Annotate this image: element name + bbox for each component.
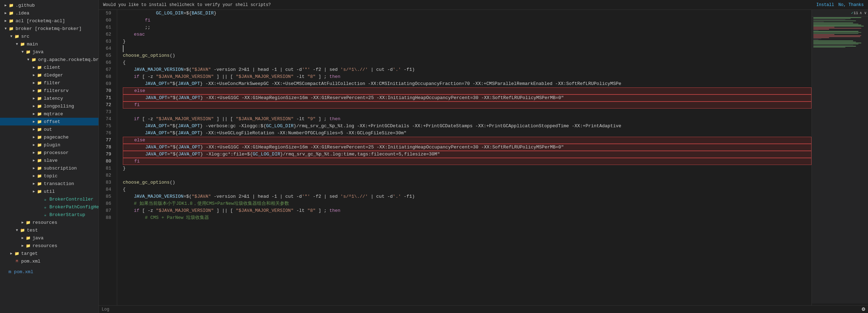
chevron-icon: ▼ (14, 41, 20, 47)
line-num: 78 (99, 144, 114, 151)
sidebar-item-pom[interactable]: ▶ M pom.xml (0, 257, 98, 265)
sidebar-item-label: BrokerController (49, 197, 94, 202)
line-num: 61 (99, 24, 114, 31)
sidebar-item-label: BrokerPathConfigHelper (49, 204, 99, 210)
chevron-icon: ▶ (31, 119, 37, 124)
line-num: 67 (99, 66, 114, 73)
folder-icon: 📁 (14, 33, 20, 39)
sidebar-item-acl[interactable]: ▶ 📁 acl [rocketmq-acl] (0, 17, 98, 25)
java-file-icon: ☕ (42, 204, 48, 210)
expand-icon[interactable]: ∧ ∨ (860, 11, 867, 16)
sidebar-item-label: offset (44, 119, 60, 124)
sidebar-item-main[interactable]: ▼ 📁 main (0, 40, 98, 48)
line-num: 71 (99, 94, 114, 102)
sidebar-item-src[interactable]: ▼ 📁 src (0, 32, 98, 40)
chevron-icon: ▼ (25, 57, 31, 62)
sidebar-item-filtersrv[interactable]: ▶ 📁 filtersrv (0, 87, 98, 94)
sidebar-item-dledger[interactable]: ▶ 📁 dledger (0, 71, 98, 79)
sidebar-item-testjava[interactable]: ▶ 📁 java (0, 234, 98, 242)
code-line-82 (123, 172, 812, 179)
sidebar-item-offset[interactable]: ▶ 📁 offset (0, 118, 98, 125)
sidebar-item-client[interactable]: ▶ 📁 client (0, 63, 98, 71)
sidebar-item-github[interactable]: ▶ 📁 .github (0, 1, 98, 9)
sidebar-item-subscription[interactable]: ▶ 📁 subscription (0, 164, 98, 172)
chevron-icon: ▶ (31, 165, 37, 171)
code-line-71: JAVA_OPT="${JAVA_OPT} -XX:+UseG1GC -XX:G… (123, 94, 812, 102)
sidebar-item-processor[interactable]: ▶ 📁 processor (0, 149, 98, 156)
chevron-icon: ▶ (31, 134, 37, 140)
gear-button[interactable]: ⚙ (862, 305, 865, 313)
sidebar-item-label: java (32, 235, 43, 241)
sidebar-item-broker[interactable]: ▼ 📁 broker [rocketmq-broker] (0, 25, 98, 32)
line-num: 65 (99, 52, 114, 59)
code-line-74: if [ -z "$JAVA_MAJOR_VERSION" ] || [ "$J… (123, 116, 812, 123)
sidebar: ▶ 📁 .github ▶ 📁 .idea ▶ 📁 acl [rocketmq-… (0, 0, 99, 313)
sidebar-item-label: BrokerStartup (49, 212, 85, 217)
sidebar-item-target[interactable]: ▶ 📁 target (0, 250, 98, 257)
sidebar-item-latency[interactable]: ▶ 📁 latency (0, 94, 98, 102)
line-num: 64 (99, 45, 114, 52)
folder-icon: 📁 (37, 65, 42, 70)
chevron-icon: ▶ (31, 181, 37, 186)
line-num: 72 (99, 102, 114, 109)
sidebar-item-label: java (32, 49, 43, 55)
chevron-icon: ▶ (31, 65, 37, 70)
notification-bar: Would you like to install shellcheck to … (99, 0, 868, 10)
code-line-60: fi (123, 17, 812, 24)
sidebar-item-filter[interactable]: ▶ 📁 filter (0, 79, 98, 87)
sidebar-item-test[interactable]: ▼ 📁 test (0, 226, 98, 234)
code-line-62: esac (123, 31, 812, 38)
code-line-70: else (123, 87, 812, 94)
sidebar-item-label: pagecache (44, 135, 68, 140)
sidebar-item-slave[interactable]: ▶ 📁 slave (0, 156, 98, 164)
file-tree: ▶ 📁 .github ▶ 📁 .idea ▶ 📁 acl [rocketmq-… (0, 0, 98, 313)
chevron-icon: ▶ (20, 243, 25, 248)
sidebar-item-brokercontroller[interactable]: ▶ ☕ BrokerController (0, 195, 98, 203)
line-num: 77 (99, 137, 114, 144)
sidebar-item-log[interactable]: ▶ m pom.xml (0, 268, 98, 276)
folder-icon: 📁 (8, 2, 14, 8)
sidebar-item-out[interactable]: ▶ 📁 out (0, 125, 98, 133)
sidebar-item-org[interactable]: ▼ 📁 org.apache.rocketmq.broker (0, 56, 98, 63)
sidebar-item-label: filtersrv (44, 88, 68, 93)
sidebar-item-brokerpathconfig[interactable]: ▶ ☕ BrokerPathConfigHelper (0, 203, 98, 211)
sidebar-item-transaction[interactable]: ▶ 📁 transaction (0, 180, 98, 188)
chevron-icon: ▶ (20, 235, 25, 241)
line-num: 76 (99, 130, 114, 137)
folder-icon: 📁 (37, 165, 42, 171)
sidebar-item-label: transaction (44, 181, 74, 186)
sidebar-item-pagecache[interactable]: ▶ 📁 pagecache (0, 133, 98, 141)
sidebar-item-util[interactable]: ▶ 📁 util (0, 188, 98, 195)
line-num: 70 (99, 87, 114, 94)
folder-icon: 📁 (37, 72, 42, 78)
line-num: 81 (99, 165, 114, 172)
sidebar-item-resources[interactable]: ▶ 📁 resources (0, 219, 98, 226)
code-line-76: JAVA_OPT="${JAVA_OPT} -XX:+UseGCLogFileR… (123, 130, 812, 137)
sidebar-item-java[interactable]: ▼ 📁 java (0, 48, 98, 56)
sidebar-item-topic[interactable]: ▶ 📁 topic (0, 172, 98, 180)
folder-icon: 📁 (37, 119, 42, 124)
install-button[interactable]: Install (816, 2, 834, 7)
sidebar-item-testresources[interactable]: ▶ 📁 resources (0, 242, 98, 250)
folder-icon: 📁 (37, 189, 42, 194)
sidebar-item-brokerstartup[interactable]: ▶ ☕ BrokerStartup (0, 211, 98, 219)
code-line-69: JAVA_OPT="${JAVA_OPT} -XX:+UseConcMarkSw… (123, 80, 812, 87)
code-line-61: ;; (123, 24, 812, 31)
chevron-icon: ▶ (31, 111, 37, 117)
folder-icon: 📁 (8, 26, 14, 31)
sidebar-item-plugin[interactable]: ▶ 📁 plugin (0, 141, 98, 149)
sidebar-item-mqtrace[interactable]: ▶ 📁 mqtrace (0, 110, 98, 118)
code-content[interactable]: GC_LOG_DIR=${BASE_DIR} fi ;; esac } (117, 10, 812, 305)
sidebar-item-idea[interactable]: ▶ 📁 .idea (0, 9, 98, 17)
folder-icon: 📁 (14, 251, 20, 256)
no-thanks-button[interactable]: No, Thanks (838, 2, 864, 7)
folder-icon: 📁 (25, 235, 31, 241)
chevron-icon: ▶ (31, 127, 37, 132)
right-panel: ✓ 11 ∧ ∨ (812, 10, 868, 305)
sidebar-item-label: test (27, 228, 38, 233)
code-line-78: JAVA_OPT="${JAVA_OPT} -XX:+UseG1GC -XX:G… (123, 144, 812, 151)
code-line-72: fi (123, 102, 812, 109)
sidebar-item-longpolling[interactable]: ▶ 📁 longpolling (0, 102, 98, 110)
sidebar-item-label: main (27, 42, 38, 47)
chevron-icon: ▶ (20, 220, 25, 225)
